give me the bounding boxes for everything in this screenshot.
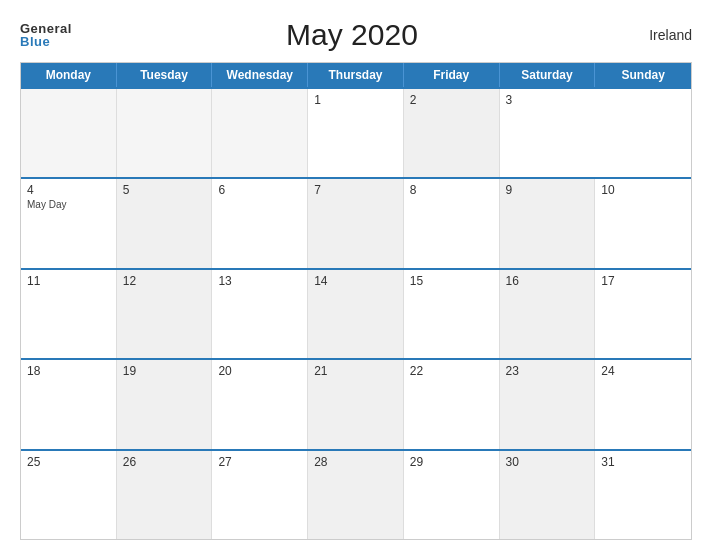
- day-7: 7: [314, 183, 397, 197]
- week5-wed: 27: [212, 451, 308, 539]
- week1-wed: [212, 89, 308, 177]
- day-3: 3: [506, 93, 590, 107]
- header-wednesday: Wednesday: [212, 63, 308, 87]
- week3-tue: 12: [117, 270, 213, 358]
- day-9: 9: [506, 183, 589, 197]
- day-2: 2: [410, 93, 493, 107]
- day-13: 13: [218, 274, 301, 288]
- country-label: Ireland: [632, 27, 692, 43]
- week5-sun: 31: [595, 451, 691, 539]
- day-25: 25: [27, 455, 110, 469]
- week-row-3: 11 12 13 14 15 16 17: [21, 268, 691, 358]
- week3-sun: 17: [595, 270, 691, 358]
- week-row-4: 18 19 20 21 22 23 24: [21, 358, 691, 448]
- header-friday: Friday: [404, 63, 500, 87]
- day-11: 11: [27, 274, 110, 288]
- week4-sat: 23: [500, 360, 596, 448]
- day-24: 24: [601, 364, 685, 378]
- day-27: 27: [218, 455, 301, 469]
- week3-thu: 14: [308, 270, 404, 358]
- week4-tue: 19: [117, 360, 213, 448]
- day-15: 15: [410, 274, 493, 288]
- header-tuesday: Tuesday: [117, 63, 213, 87]
- logo: General Blue: [20, 22, 72, 48]
- day-22: 22: [410, 364, 493, 378]
- week5-mon: 25: [21, 451, 117, 539]
- day-26: 26: [123, 455, 206, 469]
- day-17: 17: [601, 274, 685, 288]
- logo-blue-text: Blue: [20, 35, 50, 48]
- week4-fri: 22: [404, 360, 500, 448]
- header-monday: Monday: [21, 63, 117, 87]
- week2-wed: 6: [212, 179, 308, 267]
- day-29: 29: [410, 455, 493, 469]
- day-1: 1: [314, 93, 397, 107]
- week1-fri: 2: [404, 89, 500, 177]
- calendar-page: General Blue May 2020 Ireland Monday Tue…: [0, 0, 712, 550]
- day-28: 28: [314, 455, 397, 469]
- day-23: 23: [506, 364, 589, 378]
- week5-sat: 30: [500, 451, 596, 539]
- day-30: 30: [506, 455, 589, 469]
- day-16: 16: [506, 274, 589, 288]
- week4-wed: 20: [212, 360, 308, 448]
- week2-sun: 10: [595, 179, 691, 267]
- week2-tue: 5: [117, 179, 213, 267]
- week-row-5: 25 26 27 28 29 30 31: [21, 449, 691, 539]
- day-4: 4: [27, 183, 110, 197]
- week2-mon: 4 May Day: [21, 179, 117, 267]
- week2-thu: 7: [308, 179, 404, 267]
- week1-thu: 1: [308, 89, 404, 177]
- day-10: 10: [601, 183, 685, 197]
- week-row-1: 1 2 3: [21, 87, 691, 177]
- week3-sat: 16: [500, 270, 596, 358]
- week3-fri: 15: [404, 270, 500, 358]
- week1-sat: 3: [500, 89, 596, 177]
- week4-thu: 21: [308, 360, 404, 448]
- week3-mon: 11: [21, 270, 117, 358]
- week3-wed: 13: [212, 270, 308, 358]
- week-row-2: 4 May Day 5 6 7 8 9 10: [21, 177, 691, 267]
- header-thursday: Thursday: [308, 63, 404, 87]
- week4-sun: 24: [595, 360, 691, 448]
- page-header: General Blue May 2020 Ireland: [20, 18, 692, 52]
- week5-fri: 29: [404, 451, 500, 539]
- week2-sat: 9: [500, 179, 596, 267]
- week1-tue: [117, 89, 213, 177]
- day-14: 14: [314, 274, 397, 288]
- header-saturday: Saturday: [500, 63, 596, 87]
- calendar-grid: Monday Tuesday Wednesday Thursday Friday…: [20, 62, 692, 540]
- week5-tue: 26: [117, 451, 213, 539]
- day-18: 18: [27, 364, 110, 378]
- week2-fri: 8: [404, 179, 500, 267]
- day-21: 21: [314, 364, 397, 378]
- day-8: 8: [410, 183, 493, 197]
- day-31: 31: [601, 455, 685, 469]
- day-20: 20: [218, 364, 301, 378]
- day-5: 5: [123, 183, 206, 197]
- week1-mon: [21, 89, 117, 177]
- week4-mon: 18: [21, 360, 117, 448]
- week5-thu: 28: [308, 451, 404, 539]
- calendar-body: 1 2 3 4 May Day 5 6: [21, 87, 691, 539]
- day-19: 19: [123, 364, 206, 378]
- may-day-event: May Day: [27, 199, 110, 210]
- calendar-header-row: Monday Tuesday Wednesday Thursday Friday…: [21, 63, 691, 87]
- header-sunday: Sunday: [595, 63, 691, 87]
- day-12: 12: [123, 274, 206, 288]
- day-6: 6: [218, 183, 301, 197]
- calendar-title: May 2020: [72, 18, 632, 52]
